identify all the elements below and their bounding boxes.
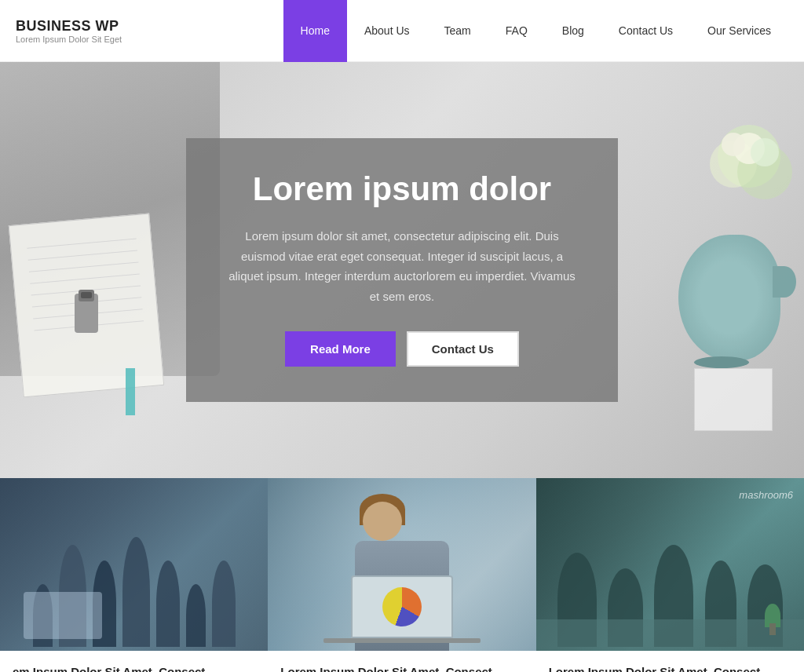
card-2-title: Lorem Ipsum Dolor Sit Amet, Consect Adip… (280, 663, 523, 672)
card-1: em Ipsum Dolor Sit Amet, Consect Adipisi… (0, 478, 268, 672)
notebook2-decoration (694, 368, 773, 431)
pie-chart (382, 587, 422, 626)
contact-us-button[interactable]: Contact Us (407, 331, 519, 367)
svg-line-3 (30, 274, 139, 283)
team-meeting-image (0, 478, 268, 651)
teal-decoration (126, 368, 135, 415)
card-1-image (0, 478, 268, 651)
card-2-image (268, 478, 535, 651)
header: BUSINESS WP Lorem Ipsum Dolor Sit Eget H… (0, 0, 804, 62)
woman-laptop-image (268, 478, 535, 651)
main-nav: Home About Us Team FAQ Blog Contact Us O… (283, 0, 788, 62)
svg-rect-10 (81, 292, 92, 298)
hero-title: Lorem ipsum dolor (225, 170, 579, 209)
nav-item-home[interactable]: Home (283, 0, 347, 62)
svg-line-1 (28, 250, 137, 260)
nav-item-services[interactable]: Our Services (690, 0, 788, 62)
card-3-body: Lorem Ipsum Dolor Sit Amet, Consect Adip… (536, 651, 804, 672)
nav-item-contact[interactable]: Contact Us (601, 0, 690, 62)
cards-section: em Ipsum Dolor Sit Amet, Consect Adipisi… (0, 478, 804, 672)
nav-item-team[interactable]: Team (427, 0, 488, 62)
nav-item-about[interactable]: About Us (347, 0, 427, 62)
card-2-body: Lorem Ipsum Dolor Sit Amet, Consect Adip… (268, 651, 535, 672)
card-3-title: Lorem Ipsum Dolor Sit Amet, Consect Adip… (549, 663, 791, 672)
card-1-body: em Ipsum Dolor Sit Amet, Consect Adipisi… (0, 651, 268, 672)
card-3: Lorem Ipsum Dolor Sit Amet, Consect Adip… (536, 478, 804, 672)
svg-line-0 (27, 239, 136, 248)
office-meeting-image (536, 478, 804, 651)
nav-item-faq[interactable]: FAQ (488, 0, 545, 62)
card-3-image (536, 478, 804, 651)
card-1-title: em Ipsum Dolor Sit Amet, Consect Adipisi… (13, 663, 255, 672)
hero-section: Lorem ipsum dolor Lorem ipsum dolor sit … (0, 62, 804, 478)
teapot-decoration (678, 235, 780, 360)
logo-subtitle: Lorem Ipsum Dolor Sit Eget (16, 35, 188, 44)
svg-point-16 (751, 138, 779, 166)
hero-description: Lorem ipsum dolor sit amet, consectetur … (225, 226, 579, 306)
logo: BUSINESS WP Lorem Ipsum Dolor Sit Eget (16, 18, 188, 44)
read-more-button[interactable]: Read More (285, 331, 396, 367)
flowers-decoration (694, 109, 804, 250)
svg-line-2 (29, 262, 138, 272)
hero-content-box: Lorem ipsum dolor Lorem ipsum dolor sit … (186, 138, 618, 402)
logo-title: BUSINESS WP (16, 18, 188, 35)
nav-item-blog[interactable]: Blog (545, 0, 601, 62)
svg-point-15 (722, 133, 745, 156)
card-2: Lorem Ipsum Dolor Sit Amet, Consect Adip… (268, 478, 535, 672)
hero-buttons: Read More Contact Us (225, 331, 579, 367)
clip-decoration (67, 290, 106, 348)
